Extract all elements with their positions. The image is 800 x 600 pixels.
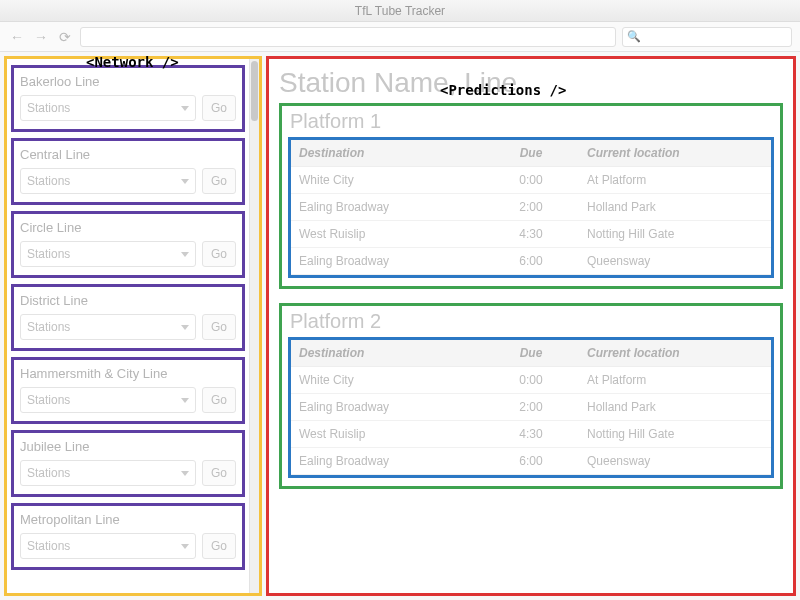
window-titlebar: TfL Tube Tracker bbox=[0, 0, 800, 22]
trains-box: DestinationDueCurrent locationWhite City… bbox=[288, 337, 774, 478]
chevron-down-icon bbox=[181, 471, 189, 476]
select-placeholder: Stations bbox=[27, 539, 70, 553]
line-title: Hammersmith & City Line bbox=[20, 366, 236, 381]
cell-location: At Platform bbox=[579, 167, 771, 194]
cell-location: Notting Hill Gate bbox=[579, 221, 771, 248]
go-button[interactable]: Go bbox=[202, 95, 236, 121]
cell-destination: West Ruislip bbox=[291, 221, 483, 248]
cell-destination: West Ruislip bbox=[291, 421, 483, 448]
line-card: Hammersmith & City LineStationsGo bbox=[11, 357, 245, 424]
line-title: Central Line bbox=[20, 147, 236, 162]
cell-due: 0:00 bbox=[483, 167, 579, 194]
departure-board: Platform 2DestinationDueCurrent location… bbox=[279, 303, 783, 489]
line-card: Jubilee LineStationsGo bbox=[11, 430, 245, 497]
search-icon: 🔍 bbox=[627, 30, 641, 43]
cell-destination: White City bbox=[291, 167, 483, 194]
chevron-down-icon bbox=[181, 252, 189, 257]
chevron-down-icon bbox=[181, 398, 189, 403]
line-card: Central LineStationsGo bbox=[11, 138, 245, 205]
table-row: White City0:00At Platform bbox=[291, 367, 771, 394]
platform-heading: Platform 2 bbox=[290, 310, 774, 333]
select-placeholder: Stations bbox=[27, 466, 70, 480]
cell-due: 2:00 bbox=[483, 194, 579, 221]
back-button[interactable]: ← bbox=[8, 28, 26, 46]
select-placeholder: Stations bbox=[27, 320, 70, 334]
go-button[interactable]: Go bbox=[202, 533, 236, 559]
col-due: Due bbox=[483, 140, 579, 167]
chevron-down-icon bbox=[181, 544, 189, 549]
trains-table: DestinationDueCurrent locationWhite City… bbox=[291, 140, 771, 275]
line-title: Circle Line bbox=[20, 220, 236, 235]
col-location: Current location bbox=[579, 340, 771, 367]
select-placeholder: Stations bbox=[27, 247, 70, 261]
browser-toolbar: ← → ⟳ 🔍 bbox=[0, 22, 800, 52]
stations-select[interactable]: Stations bbox=[20, 314, 196, 340]
arrow-right-icon: → bbox=[34, 29, 48, 45]
url-bar[interactable] bbox=[80, 27, 616, 47]
select-placeholder: Stations bbox=[27, 393, 70, 407]
col-location: Current location bbox=[579, 140, 771, 167]
go-button[interactable]: Go bbox=[202, 460, 236, 486]
line-card: Bakerloo LineStationsGo bbox=[11, 65, 245, 132]
stations-select[interactable]: Stations bbox=[20, 387, 196, 413]
cell-location: Queensway bbox=[579, 448, 771, 475]
go-button[interactable]: Go bbox=[202, 168, 236, 194]
col-destination: Destination bbox=[291, 340, 483, 367]
select-placeholder: Stations bbox=[27, 101, 70, 115]
chevron-down-icon bbox=[181, 179, 189, 184]
reload-button[interactable]: ⟳ bbox=[56, 28, 74, 46]
cell-due: 0:00 bbox=[483, 367, 579, 394]
line-card: District LineStationsGo bbox=[11, 284, 245, 351]
station-heading: Station Name, Line bbox=[279, 67, 783, 99]
trains-table: DestinationDueCurrent locationWhite City… bbox=[291, 340, 771, 475]
chevron-down-icon bbox=[181, 325, 189, 330]
line-title: Bakerloo Line bbox=[20, 74, 236, 89]
table-row: West Ruislip4:30Notting Hill Gate bbox=[291, 221, 771, 248]
scrollbar-thumb[interactable] bbox=[251, 61, 258, 121]
table-row: White City0:00At Platform bbox=[291, 167, 771, 194]
cell-due: 4:30 bbox=[483, 421, 579, 448]
go-button[interactable]: Go bbox=[202, 314, 236, 340]
cell-destination: Ealing Broadway bbox=[291, 248, 483, 275]
go-button[interactable]: Go bbox=[202, 387, 236, 413]
arrow-left-icon: ← bbox=[10, 29, 24, 45]
col-due: Due bbox=[483, 340, 579, 367]
chevron-down-icon bbox=[181, 106, 189, 111]
cell-destination: Ealing Broadway bbox=[291, 394, 483, 421]
cell-due: 6:00 bbox=[483, 448, 579, 475]
cell-location: Holland Park bbox=[579, 394, 771, 421]
table-row: Ealing Broadway6:00Queensway bbox=[291, 248, 771, 275]
forward-button[interactable]: → bbox=[32, 28, 50, 46]
cell-due: 6:00 bbox=[483, 248, 579, 275]
col-destination: Destination bbox=[291, 140, 483, 167]
cell-location: Queensway bbox=[579, 248, 771, 275]
line-card: Metropolitan LineStationsGo bbox=[11, 503, 245, 570]
platform-heading: Platform 1 bbox=[290, 110, 774, 133]
go-button[interactable]: Go bbox=[202, 241, 236, 267]
cell-location: Holland Park bbox=[579, 194, 771, 221]
stations-select[interactable]: Stations bbox=[20, 241, 196, 267]
table-row: Ealing Broadway2:00Holland Park bbox=[291, 194, 771, 221]
line-title: District Line bbox=[20, 293, 236, 308]
line-title: Jubilee Line bbox=[20, 439, 236, 454]
stations-select[interactable]: Stations bbox=[20, 533, 196, 559]
network-panel: Bakerloo LineStationsGoCentral LineStati… bbox=[4, 56, 262, 596]
select-placeholder: Stations bbox=[27, 174, 70, 188]
stations-select[interactable]: Stations bbox=[20, 460, 196, 486]
cell-destination: Ealing Broadway bbox=[291, 194, 483, 221]
table-row: Ealing Broadway6:00Queensway bbox=[291, 448, 771, 475]
table-row: Ealing Broadway2:00Holland Park bbox=[291, 394, 771, 421]
predictions-panel: Station Name, Line Platform 1Destination… bbox=[266, 56, 796, 596]
reload-icon: ⟳ bbox=[59, 29, 71, 45]
search-bar[interactable]: 🔍 bbox=[622, 27, 792, 47]
cell-destination: White City bbox=[291, 367, 483, 394]
window-title: TfL Tube Tracker bbox=[355, 4, 445, 18]
line-title: Metropolitan Line bbox=[20, 512, 236, 527]
stations-select[interactable]: Stations bbox=[20, 95, 196, 121]
cell-location: Notting Hill Gate bbox=[579, 421, 771, 448]
sidebar-scrollbar[interactable] bbox=[249, 59, 259, 593]
departure-board: Platform 1DestinationDueCurrent location… bbox=[279, 103, 783, 289]
stations-select[interactable]: Stations bbox=[20, 168, 196, 194]
table-row: West Ruislip4:30Notting Hill Gate bbox=[291, 421, 771, 448]
cell-due: 2:00 bbox=[483, 394, 579, 421]
